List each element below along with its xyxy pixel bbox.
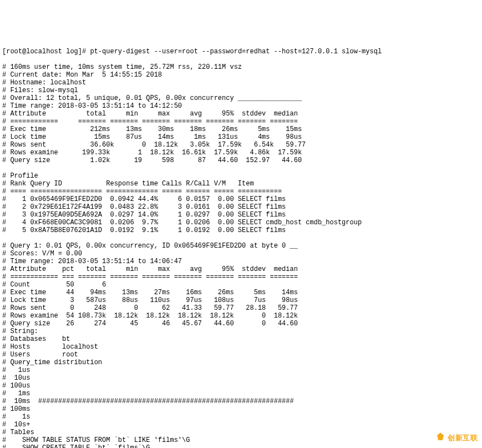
query1-string: # Hosts localhost	[2, 343, 98, 351]
terminal-output: [root@localhost log]# pt-query-digest --…	[0, 39, 482, 448]
profile-row: # 4 0xF668E00CAC3C9081 0.0206 9.7% 1 0.0…	[2, 219, 362, 226]
query1-string: # 100us	[2, 382, 30, 390]
query1-row: # Rows sent 0 248 0 62 41.33 59.77 28.18…	[2, 304, 298, 312]
query1-string: # 100ms	[2, 405, 30, 413]
header-user-time: # 160ms user time, 10ms system time, 25.…	[2, 63, 242, 71]
overall-row: # Rows sent 36.60k 0 18.12k 3.05k 17.59k…	[2, 141, 306, 149]
watermark-icon	[427, 424, 445, 448]
query1-string: # String:	[2, 328, 38, 335]
query1-row: # Exec time 44 94ms 13ms 27ms 16ms 26ms …	[2, 289, 298, 296]
query1-string: # Tables	[2, 429, 34, 436]
overall-row: # Lock time 15ms 87us 14ms 1ms 131us 4ms…	[2, 133, 302, 141]
watermark-badge: 创新互联	[427, 424, 478, 448]
header-files: # Files: slow-mysql	[2, 87, 78, 94]
query1-time-range: # Time range: 2018-03-05 13:51:14 to 14:…	[2, 258, 182, 265]
query1-row: # Query size 26 274 45 46 45.67 44.60 0 …	[2, 320, 298, 328]
header-time-range: # Time range: 2018-03-05 13:51:14 to 14:…	[2, 102, 182, 110]
overall-table-separator: # ============ ======= ======= ======= =…	[2, 118, 298, 125]
query1-attr-sep: # ============ === ======= ======= =====…	[2, 273, 298, 281]
query1-string: # Users root	[2, 351, 78, 359]
profile-separator: # ==== ================== ============= …	[2, 188, 282, 195]
header-hostname: # Hostname: localhost	[2, 79, 86, 87]
profile-row: # 5 0x8A75B8E076201A1D 0.0192 9.1% 1 0.0…	[2, 226, 286, 234]
query1-string: # Databases bt	[2, 335, 70, 343]
query1-string: # 1s	[2, 413, 30, 421]
query1-row: # Count 50 6	[2, 281, 106, 289]
overall-row: # Exec time 212ms 13ms 30ms 18ms 26ms 5m…	[2, 125, 302, 133]
watermark-text: 创新互联	[448, 434, 478, 442]
profile-title: # Profile	[2, 172, 38, 180]
query1-attr-header: # Attribute pct total min max avg 95% st…	[2, 265, 298, 273]
profile-header: # Rank Query ID Response time Calls R/Ca…	[2, 180, 254, 188]
query1-string: # SHOW CREATE TABLE `bt`.`films`\G	[2, 444, 150, 448]
query1-string: # SHOW TABLE STATUS FROM `bt` LIKE 'film…	[2, 436, 190, 444]
query1-string: # 1us	[2, 366, 30, 374]
profile-row: # 3 0x1975EA09D5EA692A 0.0297 14.0% 1 0.…	[2, 211, 286, 219]
query1-row: # Rows examine 54 108.73k 18.12k 18.12k …	[2, 312, 298, 320]
overall-table-header: # Attribute total min max avg 95% stddev…	[2, 110, 298, 118]
query1-string: # 1ms	[2, 390, 30, 397]
query1-string: # 10s+	[2, 421, 30, 429]
query1-title: # Query 1: 0.01 QPS, 0.00x concurrency, …	[2, 242, 298, 250]
query1-string: # Query_time distribution	[2, 359, 102, 366]
profile-row: # 1 0x065469F9E1FED2D0 0.0942 44.4% 6 0.…	[2, 195, 286, 203]
header-current-date: # Current date: Mon Mar 5 14:55:15 2018	[2, 71, 162, 79]
query1-scores: # Scores: V/M = 0.00	[2, 250, 82, 258]
overall-row: # Query size 1.02k 19 598 87 44.60 152.9…	[2, 157, 302, 164]
query1-string: # 10ms #################################…	[2, 397, 294, 405]
overall-row: # Rows examine 199.33k 1 18.12k 16.61k 1…	[2, 149, 302, 157]
query1-string: # 10us	[2, 374, 30, 382]
header-overall: # Overall: 12 total, 5 unique, 0.01 QPS,…	[2, 94, 302, 102]
shell-prompt: [root@localhost log]# pt-query-digest --…	[2, 48, 382, 56]
profile-row: # 2 0x729E61E172F4A199 0.0483 22.8% 3 0.…	[2, 203, 286, 211]
query1-row: # Lock time 3 587us 88us 110us 97us 108u…	[2, 296, 298, 304]
